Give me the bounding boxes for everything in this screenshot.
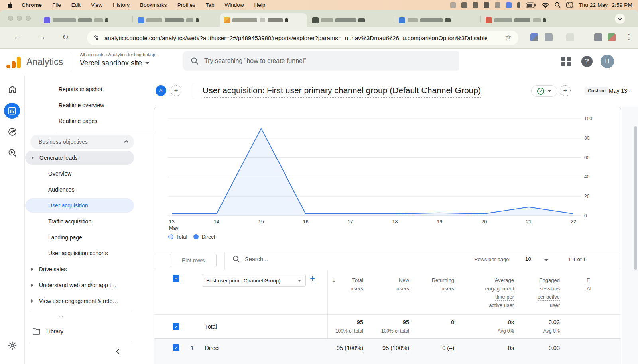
bookmark-star-icon[interactable]: ☆ [505,33,512,42]
totals-row-checkbox[interactable]: ✓ [173,323,179,330]
help-icon[interactable]: ? [581,56,593,67]
add-report-button[interactable]: + [560,85,571,96]
analytics-logo-icon[interactable] [6,57,22,68]
reload-button[interactable]: ↻ [62,33,69,42]
column-header-event-count-partial[interactable]: EAl [587,276,591,293]
reports-nav-active[interactable] [4,103,20,119]
spotlight-search-icon[interactable] [555,2,561,8]
menu-bookmarks[interactable]: Bookmarks [140,2,167,8]
report-status-pill[interactable]: ✓ [531,85,557,97]
site-settings-icon[interactable] [91,33,101,43]
page-scrollbar[interactable] [634,126,637,270]
group-drive-sales[interactable]: Drive sales [31,264,67,275]
menubar-date[interactable]: Thu 22 May [579,2,608,8]
nav-landing-page[interactable]: Landing page [48,232,82,243]
menubar-app-icon[interactable] [450,2,456,8]
browser-tab[interactable] [308,13,393,27]
minimize-window-button[interactable] [17,16,22,21]
plot-rows-button[interactable]: Plot rows [170,254,217,267]
control-center-icon[interactable] [566,2,573,8]
advertising-icon[interactable] [8,127,17,137]
dimension-selector[interactable]: First user prim...Channel Group) [202,274,306,287]
nav-audiences[interactable]: Audiences [48,184,74,195]
menubar-app-icon[interactable] [461,2,467,8]
legend-direct[interactable]: Direct [193,234,215,240]
table-search[interactable] [232,255,364,263]
explore-icon[interactable] [8,148,17,158]
menu-view[interactable]: View [91,2,102,8]
menubar-app-icon[interactable] [484,2,489,8]
property-selector[interactable]: Vercel sandbox site [80,59,149,67]
breadcrumb-account[interactable]: Analytics testing bot/sp… [108,52,160,57]
nav-traffic-acquisition[interactable]: Traffic acquisition [48,216,91,227]
browser-tab[interactable] [482,13,575,27]
nav-overview[interactable]: Overview [48,168,71,179]
extension-icon[interactable] [594,33,602,41]
caret-down-icon[interactable] [544,259,548,261]
menubar-app-icon[interactable] [506,2,512,8]
nav-realtime-pages[interactable]: Realtime pages [59,115,97,127]
menu-help[interactable]: Help [254,2,265,8]
nav-reports-snapshot[interactable]: Reports snapshot [59,84,102,95]
nav-realtime-overview[interactable]: Realtime overview [59,100,104,111]
browser-tab[interactable] [134,13,219,27]
table-search-input[interactable] [245,256,364,262]
extension-icon[interactable] [530,33,538,41]
browser-tab[interactable] [395,13,480,27]
browser-menu-icon[interactable]: ⋮ [625,32,633,41]
menu-file[interactable]: File [52,2,61,8]
add-comparison-button[interactable]: + [171,85,181,96]
column-header-total-users[interactable]: Totalusers [351,276,363,293]
close-window-button[interactable] [8,16,13,21]
back-button[interactable]: ← [14,33,21,41]
group-generate-leads[interactable]: Generate leads [25,151,134,165]
search-input[interactable] [204,57,443,65]
menu-history[interactable]: History [113,2,130,8]
menu-window[interactable]: Window [224,2,244,8]
row-checkbox[interactable]: ✓ [173,344,179,351]
extension-icon[interactable] [608,33,616,41]
menu-edit[interactable]: Edit [71,2,81,8]
column-header-avg-engagement-time[interactable]: Averageengagement time peractive user [485,276,514,309]
section-business-objectives[interactable]: Business objectives [30,135,134,149]
breadcrumb-all-accounts[interactable]: All accounts [80,52,104,57]
legend-total[interactable]: Total [168,234,187,240]
menubar-app-icon[interactable] [473,2,478,8]
collapse-sidebar-button[interactable] [117,348,120,354]
nav-user-acquisition-cohorts[interactable]: User acquisition cohorts [48,248,108,259]
tab-search-chevron-button[interactable] [615,14,625,24]
row-dimension[interactable]: Direct [205,345,220,351]
comparison-chip[interactable]: A [156,85,166,96]
column-header-returning-users[interactable]: Returningusers [432,276,454,293]
browser-tab[interactable] [40,13,132,27]
menu-tab[interactable]: Tab [206,2,215,8]
apps-grid-icon[interactable] [561,57,571,66]
url-text[interactable]: analytics.google.com/analytics/web/?auth… [104,35,487,41]
menubar-app-icon[interactable] [495,2,500,8]
battery-icon[interactable] [526,2,536,8]
address-bar[interactable]: analytics.google.com/analytics/web/?auth… [87,31,518,45]
column-header-engaged-sessions[interactable]: Engagedsessions per activeuser [538,276,560,309]
rows-per-page-select[interactable]: 10 [525,256,531,262]
extension-icon[interactable] [566,33,574,41]
ga-search-bar[interactable] [183,51,459,71]
browser-tab-active[interactable] [220,13,307,27]
breadcrumb[interactable]: All accounts › Analytics testing bot/sp… [80,52,160,57]
admin-gear-icon[interactable] [8,341,17,350]
select-all-checkbox[interactable]: − [173,275,179,282]
apple-logo-icon[interactable] [7,2,13,8]
wifi-icon[interactable] [542,2,549,8]
group-view-user-engagement[interactable]: View user engagement & rete… [31,296,118,307]
menubar-app-icon[interactable] [517,2,520,8]
report-title[interactable]: User acquisition: First user primary cha… [203,86,481,98]
add-dimension-button[interactable]: + [310,274,315,284]
home-icon[interactable] [8,84,17,94]
column-header-new-users[interactable]: Newusers [396,276,409,293]
nav-library[interactable]: Library [33,326,63,337]
menu-chrome[interactable]: Chrome [22,2,42,8]
forward-button[interactable]: → [38,33,46,41]
date-range-custom-badge[interactable]: Custom [585,87,609,95]
menu-profiles[interactable]: Profiles [177,2,195,8]
account-avatar[interactable]: H [601,55,614,68]
zoom-window-button[interactable] [26,16,31,21]
